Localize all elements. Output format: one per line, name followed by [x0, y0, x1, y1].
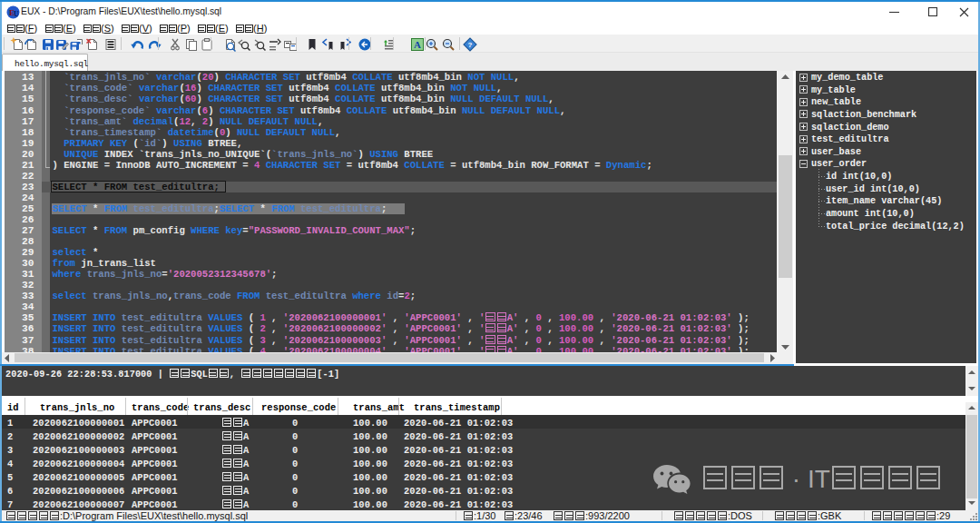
svg-text:U: U [14, 10, 19, 18]
svg-text:A: A [414, 39, 421, 50]
svg-text:?: ? [468, 41, 473, 49]
